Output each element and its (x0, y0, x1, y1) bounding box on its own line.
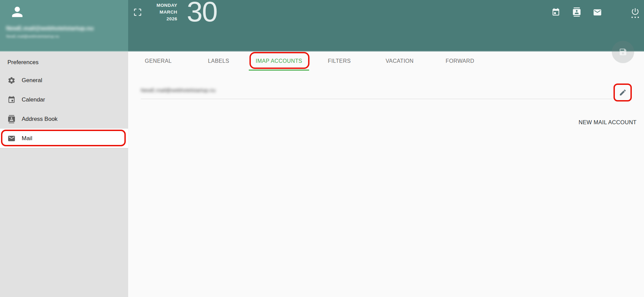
calendar-app-button[interactable] (551, 8, 560, 17)
address-book-icon (7, 115, 16, 123)
sidebar-item-label: Address Book (22, 116, 58, 123)
power-icon (631, 7, 640, 16)
sidebar-item-calendar[interactable]: Calendar (0, 90, 128, 109)
settings-tab-bar: GENERAL LABELS IMAP ACCOUNTS FILTERS VAC… (128, 52, 490, 71)
sidebar-nav: General Calendar Address Book Mail (0, 71, 128, 148)
tab-vacation[interactable]: VACATION (369, 52, 430, 71)
date-day-number: 30 (187, 0, 217, 26)
date-weekday: MONDAY (141, 2, 177, 9)
user-panel[interactable]: NewE.mail@webhotelstartup.nu NewE.mail@w… (0, 0, 128, 52)
tab-forward[interactable]: FORWARD (430, 52, 490, 71)
sidebar-item-address-book[interactable]: Address Book (0, 109, 128, 129)
app-header: NewE.mail@webhotelstartup.nu NewE.mail@w… (0, 0, 644, 52)
header-date: MONDAY MARCH 2026 (141, 2, 177, 22)
tab-labels[interactable]: LABELS (188, 52, 249, 71)
tab-filters[interactable]: FILTERS (309, 52, 369, 71)
date-month: MARCH (141, 9, 177, 16)
user-email: NewE.mail@webhotelstartup.nu (6, 34, 59, 38)
contacts-icon (572, 7, 581, 17)
calendar-icon (551, 8, 560, 17)
user-display-name: NewE.mail@webhotelstartup.nu (6, 25, 94, 32)
gear-icon (7, 76, 16, 85)
sidebar-item-label: Mail (22, 135, 32, 142)
sidebar-item-general[interactable]: General (0, 71, 128, 90)
mail-app-button[interactable] (593, 8, 602, 17)
sidebar-title: Preferences (0, 52, 128, 66)
calendar-icon (7, 96, 16, 104)
imap-account-email: NewE.mail@webhotelstartup.nu (141, 87, 216, 93)
mail-icon (593, 8, 602, 17)
save-button[interactable] (612, 41, 634, 63)
imap-account-row[interactable]: NewE.mail@webhotelstartup.nu (141, 83, 612, 99)
user-avatar-icon (9, 4, 25, 20)
sidebar-item-label: Calendar (22, 96, 45, 103)
edit-account-button[interactable] (615, 85, 630, 100)
sidebar-item-label: General (22, 77, 42, 84)
preferences-sidebar: Preferences General Calendar Address Boo… (0, 52, 128, 297)
pencil-icon (619, 89, 627, 96)
tab-general[interactable]: GENERAL (128, 52, 188, 71)
sidebar-item-mail[interactable]: Mail (0, 129, 128, 148)
date-year: 2026 (141, 16, 177, 22)
app-root: NewE.mail@webhotelstartup.nu NewE.mail@w… (0, 0, 644, 297)
mail-icon (7, 134, 16, 143)
logout-button[interactable] (631, 7, 640, 16)
addressbook-app-button[interactable] (572, 7, 581, 17)
save-icon (619, 48, 627, 56)
tab-imap-accounts[interactable]: IMAP ACCOUNTS (249, 52, 309, 71)
new-mail-account-button[interactable]: NEW MAIL ACCOUNT (577, 119, 639, 126)
menu-dots-icon (631, 17, 639, 18)
